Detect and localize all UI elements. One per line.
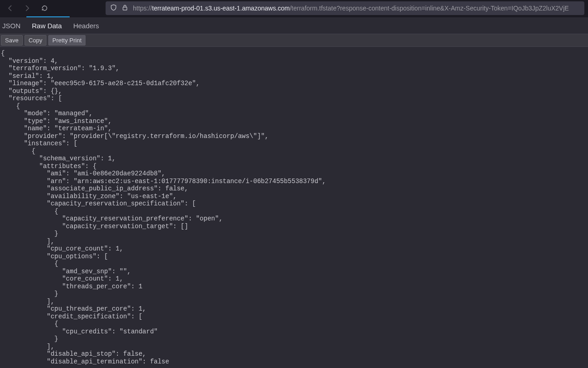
- reload-button[interactable]: [38, 2, 51, 15]
- forward-button[interactable]: [21, 2, 34, 15]
- back-button[interactable]: [4, 2, 16, 15]
- copy-button[interactable]: Copy: [25, 35, 46, 46]
- url-rest: /terraform.tfstate?response-content-disp…: [290, 5, 569, 12]
- tab-json[interactable]: JSON: [2, 18, 20, 33]
- action-bar: Save Copy Pretty Print: [0, 34, 588, 47]
- lock-icon: [122, 4, 128, 13]
- tab-raw-data[interactable]: Raw Data: [32, 18, 62, 33]
- svg-rect-0: [123, 7, 127, 10]
- pretty-print-button[interactable]: Pretty Print: [48, 35, 86, 46]
- browser-toolbar: https://terrateam-prod-01.s3.us-east-1.a…: [0, 0, 588, 16]
- tab-headers[interactable]: Headers: [73, 18, 99, 33]
- shield-icon: [110, 4, 117, 13]
- viewer-tabs: JSON Raw Data Headers: [0, 17, 588, 34]
- url-bar[interactable]: https://terrateam-prod-01.s3.us-east-1.a…: [106, 1, 584, 15]
- url-text: https://terrateam-prod-01.s3.us-east-1.a…: [133, 5, 569, 12]
- save-button[interactable]: Save: [1, 35, 23, 46]
- url-host: terrateam-prod-01.s3.us-east-1.amazonaws…: [152, 5, 290, 12]
- url-prefix: https://: [133, 5, 152, 12]
- raw-json-content[interactable]: { "version": 4, "terraform_version": "1.…: [0, 47, 588, 368]
